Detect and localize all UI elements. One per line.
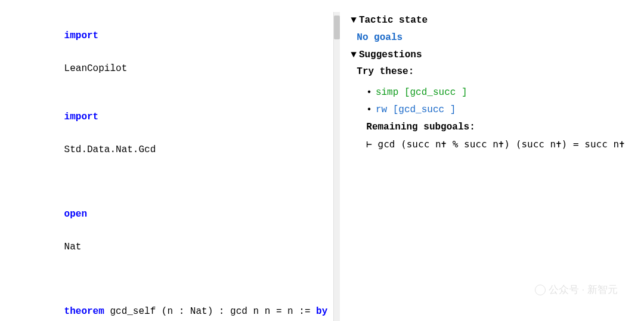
keyword-by: by — [316, 306, 327, 317]
remaining-subgoal: ⊢ gcd (succ n✝ % succ n✝) (succ n✝) = su… — [351, 136, 624, 154]
keyword-import: import — [64, 112, 99, 122]
code-line-blank — [30, 174, 327, 190]
turnstile-icon: ⊢ gcd (succ n✝ % succ n✝) (succ n✝) = su… — [366, 138, 624, 150]
code-line-theorem: theorem gcd_self (n : Nat) : gcd n n = n… — [30, 288, 327, 321]
suggestions-header[interactable]: ▼ Suggestions — [351, 47, 624, 64]
tactic-state-label: Tactic state — [359, 12, 428, 29]
suggestion-item[interactable]: rw [gcd_succ ] — [366, 101, 624, 119]
code-panel: import LeanCopilot import Std.Data.Nat.G… — [24, 12, 333, 321]
code-line-open: open Nat — [30, 190, 327, 271]
editor-scrollbar[interactable] — [333, 12, 340, 321]
open-target: Nat — [64, 242, 82, 252]
suggestion-tactic-partial: rw [gcd_succ ] — [376, 101, 456, 119]
chevron-down-icon: ▼ — [351, 12, 357, 29]
theorem-signature: gcd_self (n : Nat) : gcd n n = n := — [104, 306, 316, 317]
suggestion-item[interactable]: simp [gcd_succ ] — [366, 84, 624, 101]
code-line-import-1: import LeanCopilot — [30, 12, 327, 93]
import-target: LeanCopilot — [64, 63, 128, 74]
suggestions-list: simp [gcd_succ ] rw [gcd_succ ] — [351, 84, 624, 119]
suggestions-label: Suggestions — [359, 47, 422, 64]
tactic-state-header[interactable]: ▼ Tactic state — [351, 12, 624, 29]
suggestion-tactic-success: simp [gcd_succ ] — [376, 84, 467, 101]
chevron-down-icon: ▼ — [351, 47, 357, 64]
infoview-panel: ▼ Tactic state No goals ▼ Suggestions Tr… — [340, 12, 630, 321]
figure-top: import LeanCopilot import Std.Data.Nat.G… — [24, 12, 620, 321]
keyword-open: open — [64, 209, 87, 220]
code-line-import-2: import Std.Data.Nat.Gcd — [30, 93, 327, 174]
no-goals-text: No goals — [351, 29, 624, 47]
remaining-subgoals-label: Remaining subgoals: — [351, 119, 624, 136]
scrollbar-thumb[interactable] — [334, 16, 340, 39]
keyword-import: import — [64, 30, 99, 41]
keyword-theorem: theorem — [64, 306, 104, 317]
code-line-blank — [30, 271, 327, 288]
import-target: Std.Data.Nat.Gcd — [64, 144, 156, 155]
try-these-label: Try these: — [351, 63, 624, 81]
